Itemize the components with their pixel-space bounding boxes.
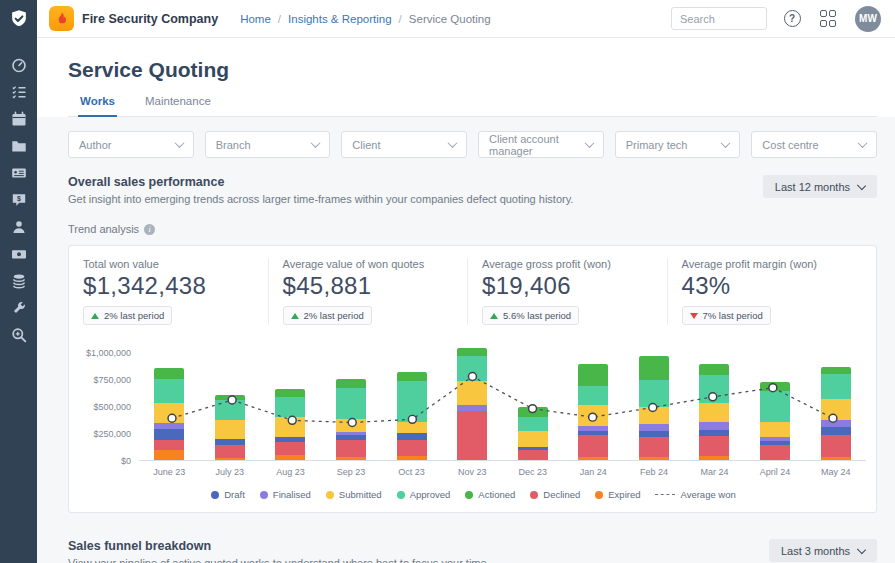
tab-maintenance[interactable]: Maintenance xyxy=(143,95,213,116)
bar-segment-actioned xyxy=(154,368,184,379)
bar-segment-declined xyxy=(154,440,184,451)
filter-primary-tech[interactable]: Primary tech xyxy=(615,131,741,158)
chevron-down-icon xyxy=(858,138,868,148)
legend-dot-icon xyxy=(465,491,473,499)
bar-segment-submitted xyxy=(275,417,305,436)
filter-label: Client account manager xyxy=(489,133,586,157)
stacked-bar xyxy=(457,348,487,460)
section-title: Overall sales performance xyxy=(68,175,573,189)
kpi-change-badge: 7% last period xyxy=(682,306,771,325)
bar-slot-dec-23 xyxy=(502,339,563,460)
apps-grid-icon[interactable] xyxy=(817,8,839,30)
dashed-line-icon xyxy=(655,494,675,495)
legend-dot-icon xyxy=(595,491,603,499)
legend-item-draft[interactable]: Draft xyxy=(211,489,245,500)
breadcrumb-item[interactable]: Insights & Reporting xyxy=(288,13,392,25)
bar-segment-submitted xyxy=(821,399,851,421)
bar-slot-jan-24 xyxy=(563,339,624,460)
legend-item-submitted[interactable]: Submitted xyxy=(326,489,382,500)
breadcrumb: Home/Insights & Reporting/Service Quotin… xyxy=(240,13,490,25)
bar-slot-feb-24 xyxy=(624,339,685,460)
assets-icon[interactable] xyxy=(11,273,27,289)
bar-segment-actioned xyxy=(578,364,608,386)
app-logo-icon[interactable] xyxy=(0,0,37,37)
kpi-value: 43% xyxy=(682,272,853,300)
x-axis-label: June 23 xyxy=(139,467,200,477)
chart-legend: DraftFinalisedSubmittedApprovedActionedD… xyxy=(81,489,866,500)
stacked-bar xyxy=(760,382,790,460)
bar-slot-april-24 xyxy=(745,339,806,460)
stacked-bar xyxy=(215,395,245,460)
bar-slot-july-23 xyxy=(200,339,261,460)
legend-dot-icon xyxy=(326,491,334,499)
y-axis-tick: $250,000 xyxy=(93,429,131,439)
dashboard-icon[interactable] xyxy=(11,57,27,73)
section-description: View your pipeline of active quoted work… xyxy=(68,557,490,563)
chevron-down-icon xyxy=(311,138,321,148)
sidebar: $ xyxy=(0,0,37,563)
kpi-change-badge: 5.6% last period xyxy=(482,306,579,325)
folder-icon[interactable] xyxy=(11,138,27,154)
filter-label: Client xyxy=(352,139,380,151)
trend-analysis-label: Trend analysis i xyxy=(68,223,877,235)
filter-branch[interactable]: Branch xyxy=(205,131,331,158)
calendar-icon[interactable] xyxy=(11,111,27,127)
id-card-icon[interactable] xyxy=(11,165,27,181)
bar-segment-declined xyxy=(336,440,366,457)
user-avatar[interactable]: MW xyxy=(855,6,881,32)
legend-item-approved[interactable]: Approved xyxy=(397,489,451,500)
legend-item-finalised[interactable]: Finalised xyxy=(260,489,311,500)
tasks-icon[interactable] xyxy=(11,84,27,100)
bar-segment-declined xyxy=(215,445,245,458)
stacked-bar xyxy=(518,407,548,460)
kpi-change-text: 2% last period xyxy=(104,310,164,321)
breadcrumb-item: Service Quoting xyxy=(409,13,491,25)
app-root: $ Fire Security Company Home/Insights & … xyxy=(0,0,895,563)
kpi-label: Total won value xyxy=(83,258,254,270)
stacked-bar-chart: $0$250,000$500,000$750,000$1,000,000 Jun… xyxy=(81,339,866,477)
stacked-bar xyxy=(154,368,184,460)
tools-icon[interactable] xyxy=(11,300,27,316)
svg-text:$: $ xyxy=(17,195,21,203)
bar-segment-submitted xyxy=(518,431,548,447)
period-selector-3-months[interactable]: Last 3 months xyxy=(769,539,877,562)
bar-segment-actioned xyxy=(457,348,487,357)
bar-segment-finalised xyxy=(699,422,729,430)
filter-author[interactable]: Author xyxy=(68,131,194,158)
bar-segment-draft xyxy=(821,427,851,436)
legend-item-expired[interactable]: Expired xyxy=(595,489,640,500)
people-icon[interactable] xyxy=(11,219,27,235)
tab-works[interactable]: Works xyxy=(78,95,117,117)
filter-cost-centre[interactable]: Cost centre xyxy=(751,131,877,158)
section-description: Get insight into emerging trends across … xyxy=(68,193,573,205)
legend-label: Average won xyxy=(680,489,735,500)
invoices-icon[interactable] xyxy=(11,246,27,262)
sales-performance-header: Overall sales performance Get insight in… xyxy=(68,175,877,205)
chevron-down-icon xyxy=(584,138,594,148)
breadcrumb-item[interactable]: Home xyxy=(240,13,271,25)
main-content: Service Quoting WorksMaintenance Author … xyxy=(37,38,895,563)
search-plus-icon[interactable] xyxy=(11,327,27,343)
y-axis-tick: $500,000 xyxy=(93,402,131,412)
kpi-row: Total won value $1,342,438 2% last perio… xyxy=(81,258,866,325)
quotes-icon[interactable]: $ xyxy=(11,192,27,208)
legend-item-declined[interactable]: Declined xyxy=(530,489,580,500)
filter-client-account-manager[interactable]: Client account manager xyxy=(478,131,604,158)
chevron-down-icon xyxy=(857,180,866,189)
info-icon[interactable]: i xyxy=(144,224,155,235)
breadcrumb-separator: / xyxy=(399,13,402,25)
x-axis-label: Dec 23 xyxy=(502,467,563,477)
period-selector-12-months[interactable]: Last 12 months xyxy=(763,175,877,198)
filter-client[interactable]: Client xyxy=(341,131,467,158)
kpi-label: Average value of won quotes xyxy=(283,258,454,270)
kpi-label: Average gross profit (won) xyxy=(482,258,653,270)
bar-segment-approved xyxy=(699,375,729,403)
legend-item-actioned[interactable]: Actioned xyxy=(465,489,515,500)
legend-item-average-won[interactable]: Average won xyxy=(655,489,735,500)
trend-up-icon xyxy=(490,313,498,319)
legend-dot-icon xyxy=(530,491,538,499)
legend-dot-icon xyxy=(211,491,219,499)
bar-slot-nov-23 xyxy=(442,339,503,460)
search-input[interactable] xyxy=(671,7,767,30)
help-icon[interactable]: ? xyxy=(781,8,803,30)
